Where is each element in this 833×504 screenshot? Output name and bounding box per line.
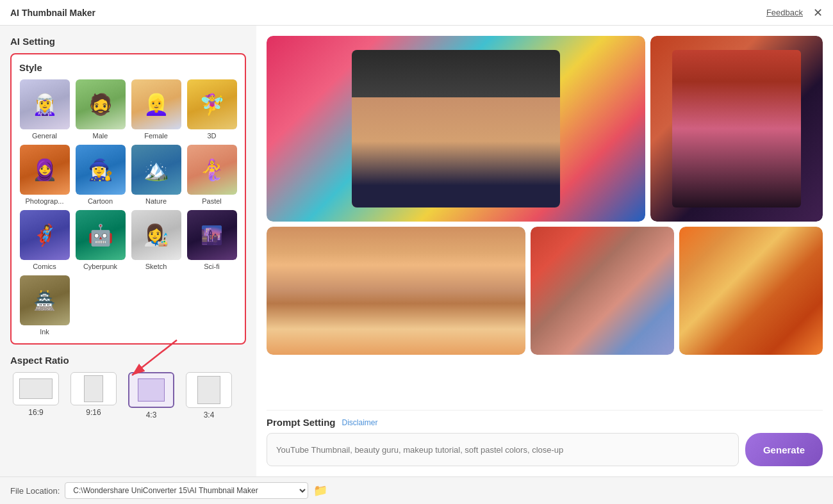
aspect-label-4-3: 4:3 xyxy=(146,411,157,419)
style-label-nature: Nature xyxy=(145,197,167,205)
style-label-ink: Ink xyxy=(40,328,49,336)
style-item-female[interactable]: 👱‍♀️ Female xyxy=(131,79,181,140)
style-item-scifi[interactable]: 🌆 Sci-fi xyxy=(186,210,237,270)
gallery-image-asian-man[interactable] xyxy=(267,36,645,222)
style-label-pastel: Pastel xyxy=(202,197,222,205)
style-thumb-cartoon: 🧙‍♀️ xyxy=(76,145,126,195)
gallery-image-sunset-woman[interactable] xyxy=(267,227,525,355)
style-item-3d[interactable]: 🧚‍♀️ 3D xyxy=(186,79,237,140)
gallery-image-woman-makeup[interactable] xyxy=(650,36,823,222)
style-label-cyberpunk: Cyberpunk xyxy=(83,263,117,270)
prompt-header: Prompt Setting Disclaimer xyxy=(267,417,823,428)
style-thumb-sketch: 👩‍🎨 xyxy=(131,210,181,260)
style-label-cartoon: Cartoon xyxy=(88,197,113,205)
gallery-image-red-car[interactable] xyxy=(531,227,674,355)
style-label-sketch: Sketch xyxy=(145,263,167,270)
gallery-image-anime-girl[interactable] xyxy=(679,227,823,355)
titlebar-right: Feedback ✕ xyxy=(766,7,823,19)
aspect-box-16-9 xyxy=(13,372,59,405)
style-label-general: General xyxy=(32,132,57,140)
aspect-inner-16-9 xyxy=(19,378,53,399)
style-item-general[interactable]: 🧝‍♀️ General xyxy=(19,79,70,140)
style-label-comics: Comics xyxy=(33,263,56,270)
file-location-select[interactable]: C:\Wondershare UniConverter 15\AI Thumbn… xyxy=(65,482,308,499)
style-thumb-nature: 🏔️ xyxy=(131,145,181,195)
prompt-input-row: Generate xyxy=(267,433,823,466)
gallery-row-bottom xyxy=(267,227,823,355)
style-item-pastel[interactable]: 🧜‍♀️ Pastel xyxy=(186,145,237,205)
style-thumb-3d: 🧚‍♀️ xyxy=(187,79,237,129)
style-item-cyberpunk[interactable]: 🤖 Cyberpunk xyxy=(75,210,126,270)
aspect-box-3-4 xyxy=(186,372,232,408)
style-label-scifi: Sci-fi xyxy=(204,263,219,270)
aspect-label-16-9: 16:9 xyxy=(28,408,43,417)
aspect-label-3-4: 3:4 xyxy=(204,411,215,419)
aspect-label-9-16: 9:16 xyxy=(86,408,101,417)
style-section: Style 🧝‍♀️ General 🧔 Male xyxy=(10,53,246,345)
aspect-ratio-grid: 16:9 9:16 4:3 xyxy=(10,372,246,419)
style-item-ink[interactable]: 🏯 Ink xyxy=(19,275,70,336)
left-panel: AI Setting Style 🧝‍♀️ General 🧔 Male xyxy=(0,26,256,476)
aspect-inner-9-16 xyxy=(84,375,103,402)
close-button[interactable]: ✕ xyxy=(813,7,823,19)
style-item-comics[interactable]: 🦸‍♀️ Comics xyxy=(19,210,70,270)
disclaimer-link[interactable]: Disclaimer xyxy=(342,418,378,427)
style-label-3d: 3D xyxy=(207,132,216,140)
ai-setting-title: AI Setting xyxy=(10,36,246,47)
prompt-section: Prompt Setting Disclaimer Generate xyxy=(267,410,823,466)
style-thumb-female: 👱‍♀️ xyxy=(131,79,181,129)
folder-icon[interactable]: 📁 xyxy=(313,484,327,498)
style-thumb-male: 🧔 xyxy=(76,79,126,129)
prompt-input[interactable] xyxy=(267,433,739,466)
style-thumb-photography: 🧕 xyxy=(20,145,70,195)
style-item-cartoon[interactable]: 🧙‍♀️ Cartoon xyxy=(75,145,126,205)
style-label-male: Male xyxy=(93,132,108,140)
style-section-title: Style xyxy=(19,62,237,73)
style-label-female: Female xyxy=(144,132,168,140)
style-thumb-general: 🧝‍♀️ xyxy=(20,79,70,129)
style-thumb-pastel: 🧜‍♀️ xyxy=(187,145,237,195)
style-label-photography: Photograp... xyxy=(26,197,64,205)
aspect-inner-3-4 xyxy=(197,376,220,404)
aspect-box-9-16 xyxy=(70,372,117,405)
style-grid: 🧝‍♀️ General 🧔 Male 👱‍♀️ Female xyxy=(19,79,237,336)
aspect-item-9-16[interactable]: 9:16 xyxy=(68,372,119,419)
gallery xyxy=(267,36,823,402)
file-location-bar: File Location: C:\Wondershare UniConvert… xyxy=(0,476,833,504)
style-item-male[interactable]: 🧔 Male xyxy=(75,79,126,140)
generate-button[interactable]: Generate xyxy=(745,433,823,466)
style-thumb-scifi: 🌆 xyxy=(187,210,237,260)
aspect-inner-4-3 xyxy=(138,378,165,402)
titlebar: AI Thumbnail Maker Feedback ✕ xyxy=(0,0,833,26)
prompt-setting-title: Prompt Setting xyxy=(267,417,336,428)
style-thumb-comics: 🦸‍♀️ xyxy=(20,210,70,260)
gallery-row-top xyxy=(267,36,823,222)
right-panel: Prompt Setting Disclaimer Generate xyxy=(256,26,833,476)
aspect-box-4-3 xyxy=(128,372,174,408)
aspect-item-3-4[interactable]: 3:4 xyxy=(183,372,235,419)
main-content: AI Setting Style 🧝‍♀️ General 🧔 Male xyxy=(0,26,833,476)
style-thumb-cyberpunk: 🤖 xyxy=(76,210,126,260)
aspect-item-4-3[interactable]: 4:3 xyxy=(126,372,177,419)
app-title: AI Thumbnail Maker xyxy=(10,8,766,18)
style-thumb-ink: 🏯 xyxy=(20,275,70,325)
style-item-sketch[interactable]: 👩‍🎨 Sketch xyxy=(131,210,181,270)
aspect-ratio-title: Aspect Ratio xyxy=(10,355,246,366)
style-item-photography[interactable]: 🧕 Photograp... xyxy=(19,145,70,205)
feedback-link[interactable]: Feedback xyxy=(766,8,803,17)
aspect-item-16-9[interactable]: 16:9 xyxy=(10,372,62,419)
file-location-label: File Location: xyxy=(10,486,60,496)
style-item-nature[interactable]: 🏔️ Nature xyxy=(131,145,181,205)
aspect-ratio-section: Aspect Ratio 16:9 9:16 xyxy=(10,355,246,419)
